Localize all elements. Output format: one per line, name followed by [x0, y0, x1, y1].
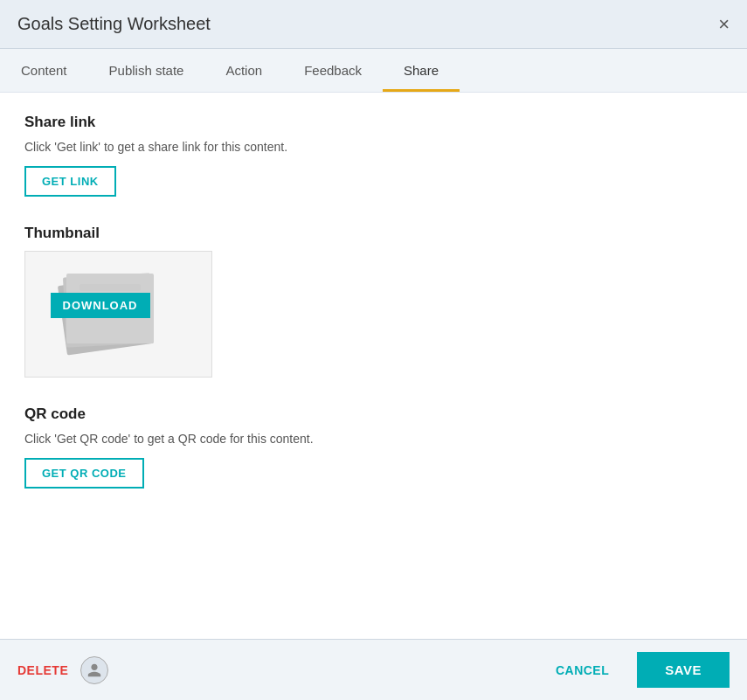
qr-code-description: Click 'Get QR code' to get a QR code for…: [24, 432, 723, 446]
tabs: Content Publish state Action Feedback Sh…: [0, 49, 747, 93]
tab-content[interactable]: Content: [0, 49, 88, 92]
get-link-button[interactable]: GET LINK: [24, 166, 116, 197]
get-qr-code-button[interactable]: GET QR CODE: [24, 458, 144, 489]
tab-share[interactable]: Share: [383, 49, 460, 92]
dialog-footer: DELETE CANCEL SAVE: [0, 639, 747, 700]
tab-action[interactable]: Action: [204, 49, 283, 92]
close-button[interactable]: ×: [718, 15, 730, 34]
share-link-title: Share link: [24, 114, 723, 131]
share-link-description: Click 'Get link' to get a share link for…: [24, 140, 723, 154]
qr-code-title: QR code: [24, 405, 723, 423]
download-label: DOWNLOAD: [51, 293, 150, 318]
thumbnail-section: Thumbnail DOWNLOAD: [24, 225, 723, 378]
dialog-body: Share link Click 'Get link' to get a sha…: [0, 93, 747, 639]
tab-feedback[interactable]: Feedback: [283, 49, 383, 92]
share-link-section: Share link Click 'Get link' to get a sha…: [24, 114, 723, 197]
footer-right: CANCEL SAVE: [538, 652, 730, 688]
footer-left: DELETE: [17, 656, 108, 684]
thumbnail-box: DOWNLOAD: [24, 251, 212, 378]
dialog-header: Goals Setting Worksheet ×: [0, 0, 747, 49]
qr-code-section: QR code Click 'Get QR code' to get a QR …: [24, 405, 723, 489]
dialog-title: Goals Setting Worksheet: [17, 14, 211, 34]
dialog: Goals Setting Worksheet × Content Publis…: [0, 0, 747, 700]
cancel-button[interactable]: CANCEL: [538, 655, 626, 686]
save-button[interactable]: SAVE: [637, 652, 730, 688]
user-icon: [80, 656, 108, 684]
delete-button[interactable]: DELETE: [17, 663, 68, 677]
thumbnail-title: Thumbnail: [24, 225, 723, 242]
tab-publish-state[interactable]: Publish state: [88, 49, 205, 92]
